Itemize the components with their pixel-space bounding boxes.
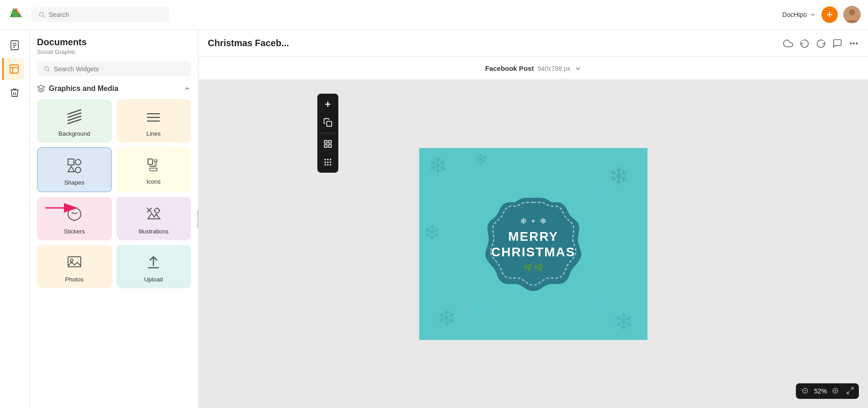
sidebar-subtitle: Social Graphic (37, 48, 191, 55)
svg-point-25 (75, 167, 81, 173)
avatar[interactable] (843, 6, 861, 23)
illustrations-widget-icon (144, 205, 163, 223)
undo-icon[interactable] (800, 38, 810, 48)
lines-widget-icon (144, 107, 163, 126)
svg-point-49 (325, 159, 326, 160)
widget-illustrations[interactable]: Illustrations (116, 197, 191, 240)
christmas-text-line2: CHRISTMAS (491, 244, 575, 260)
widget-grid: Background Lines Shapes (37, 99, 191, 288)
svg-point-51 (330, 159, 331, 160)
toolbar-dots-btn[interactable] (319, 154, 337, 171)
more-options-icon[interactable] (849, 38, 859, 48)
widget-icons[interactable]: Icons (116, 147, 191, 192)
widget-photos-label: Photos (65, 276, 84, 283)
svg-line-2 (43, 16, 44, 17)
sidebar-collapse-handle[interactable]: ‹ (197, 210, 199, 228)
svg-rect-47 (325, 145, 327, 148)
svg-point-55 (325, 164, 326, 165)
svg-rect-23 (68, 159, 74, 165)
svg-line-63 (851, 387, 853, 390)
search-widgets-bar[interactable] (37, 62, 191, 76)
dochipo-dropdown[interactable]: DocHipo (782, 11, 816, 18)
sidebar-item-template[interactable] (2, 58, 24, 80)
svg-rect-44 (327, 122, 332, 127)
widget-background-label: Background (58, 130, 90, 137)
search-widgets-input[interactable] (54, 65, 184, 73)
shapes-widget-icon (65, 156, 84, 175)
fullscreen-button[interactable] (846, 387, 854, 396)
toolbar-grid-btn[interactable] (319, 135, 337, 153)
toolbar-divider (321, 133, 335, 133)
icon-bar (0, 30, 30, 408)
svg-point-56 (327, 164, 328, 165)
canvas-header-actions (783, 38, 859, 48)
svg-rect-28 (150, 168, 157, 171)
svg-point-54 (330, 162, 331, 163)
widget-shapes[interactable]: Shapes (37, 147, 112, 192)
sidebar-item-trash[interactable] (4, 82, 26, 104)
svg-point-50 (327, 159, 328, 160)
format-dim: 940x788 px (537, 65, 570, 72)
widget-photos[interactable]: Photos (37, 245, 112, 288)
canvas-workspace[interactable]: ❄ ❄ ❄ ❄ ❄ ❄ ❄ ❄ ❄ (199, 80, 868, 408)
photos-widget-icon (65, 253, 84, 271)
cloud-save-icon[interactable] (783, 38, 793, 48)
widget-stickers-label: Stickers (64, 228, 85, 235)
search-icon (38, 11, 45, 18)
zoom-in-button[interactable] (831, 386, 841, 396)
graphics-icon (37, 85, 45, 93)
app-logo[interactable] (7, 5, 32, 24)
zoom-control: 52% (796, 383, 859, 399)
svg-point-1 (39, 12, 43, 16)
svg-rect-11 (10, 65, 18, 73)
christmas-canvas: ❄ ❄ ❄ ❄ ❄ ❄ ❄ ❄ ❄ (419, 148, 647, 340)
svg-point-52 (325, 162, 326, 163)
search-bar[interactable] (32, 7, 169, 22)
floating-toolbar (317, 94, 338, 173)
format-chevron-icon[interactable] (574, 65, 582, 72)
header-right: DocHipo (782, 6, 861, 23)
widget-upload[interactable]: Upload (116, 245, 191, 288)
sidebar-panel: Documents Social Graphic Graphics and Me… (30, 30, 199, 408)
zoom-out-button[interactable] (800, 386, 810, 396)
arrow-pointer (43, 199, 84, 217)
svg-point-41 (856, 42, 857, 44)
add-button[interactable] (821, 6, 838, 23)
main-canvas-area: Christmas Faceb... Facebook Post 940x788… (199, 30, 868, 408)
comment-icon[interactable] (832, 38, 842, 48)
section-header-left: Graphics and Media (37, 85, 118, 93)
christmas-canvas-wrapper[interactable]: ❄ ❄ ❄ ❄ ❄ ❄ ❄ ❄ ❄ (419, 148, 647, 340)
widget-illustrations-label: Illustrations (138, 228, 168, 235)
svg-line-15 (48, 70, 49, 72)
svg-point-57 (330, 164, 331, 165)
svg-point-24 (75, 159, 81, 165)
sidebar-title: Documents (37, 37, 191, 48)
redo-icon[interactable] (816, 38, 826, 48)
toolbar-duplicate-btn[interactable] (319, 114, 337, 131)
format-label: Facebook Post (485, 64, 534, 72)
chevron-down-icon (810, 11, 816, 18)
graphics-media-section[interactable]: Graphics and Media (37, 85, 191, 93)
chevron-up-icon (184, 85, 191, 92)
svg-point-6 (849, 10, 855, 16)
widget-lines-label: Lines (147, 130, 161, 137)
christmas-text-line1: MERRY (508, 229, 558, 244)
svg-point-40 (853, 42, 855, 44)
icons-widget-icon (144, 155, 163, 174)
widget-lines[interactable]: Lines (116, 99, 191, 143)
svg-point-14 (44, 67, 48, 71)
canvas-sub-header: Facebook Post 940x788 px (199, 57, 868, 80)
svg-point-39 (850, 42, 852, 44)
app-header: DocHipo (0, 0, 868, 30)
toolbar-add-btn[interactable] (319, 95, 337, 113)
widget-background[interactable]: Background (37, 99, 112, 143)
svg-point-37 (70, 259, 73, 262)
widget-shapes-label: Shapes (64, 179, 84, 186)
search-input[interactable] (49, 11, 163, 18)
zoom-value: 52% (814, 387, 827, 395)
sidebar-item-document[interactable] (4, 34, 26, 56)
svg-rect-26 (148, 159, 153, 164)
widget-upload-label: Upload (144, 276, 163, 283)
svg-point-31 (155, 208, 159, 213)
search-widgets-icon (43, 65, 50, 73)
